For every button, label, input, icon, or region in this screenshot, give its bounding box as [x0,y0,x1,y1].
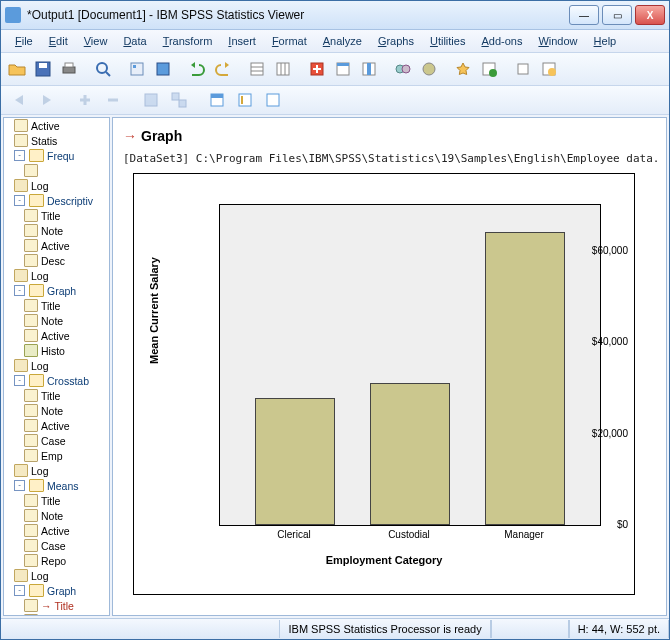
back-button[interactable] [7,88,31,112]
expand-button[interactable] [167,88,191,112]
tree-toggle-icon[interactable]: - [14,480,25,491]
tree-item[interactable]: Title [24,493,109,508]
x-tick-label: Custodial [359,529,459,540]
tree-item[interactable]: Note [24,313,109,328]
forward-button[interactable] [35,88,59,112]
script-button[interactable] [537,57,561,81]
tree-item[interactable]: Title [24,298,109,313]
menu-view[interactable]: View [76,32,116,50]
tree-item[interactable]: Note [24,508,109,523]
close-button[interactable]: X [635,5,665,25]
use-sets-button[interactable] [417,57,441,81]
tree-item[interactable]: Note [24,613,109,616]
tree-item[interactable]: Log [14,358,109,373]
menu-format[interactable]: Format [264,32,315,50]
tree-item[interactable] [24,163,109,178]
tree-toggle-icon[interactable]: - [14,585,25,596]
tree-item[interactable]: Active [24,328,109,343]
menu-transform[interactable]: Transform [155,32,221,50]
tree-item[interactable]: Desc [24,253,109,268]
menu-help[interactable]: Help [586,32,625,50]
menu-insert[interactable]: Insert [220,32,264,50]
tree-toggle-icon[interactable]: - [14,195,25,206]
tree-item-label: Active [31,120,60,132]
value-labels-button[interactable] [391,57,415,81]
weight-button[interactable] [357,57,381,81]
svg-rect-28 [145,94,157,106]
tree-item[interactable]: Emp [24,448,109,463]
tree-item[interactable]: Active [24,418,109,433]
menu-graphs[interactable]: Graphs [370,32,422,50]
tree-toggle-icon[interactable]: - [14,150,25,161]
tree-item[interactable]: Statis [14,133,109,148]
tree-item[interactable]: Case [24,538,109,553]
new-text-button[interactable] [261,88,285,112]
new-title-button[interactable] [233,88,257,112]
tree-item[interactable]: Active [14,118,109,133]
maximize-button[interactable]: ▭ [602,5,632,25]
tree-item[interactable]: Log [14,463,109,478]
redo-button[interactable] [211,57,235,81]
svg-point-22 [423,63,435,75]
tree-item[interactable]: -Crosstab [14,373,109,388]
tree-item[interactable]: Case [24,433,109,448]
titlebar[interactable]: *Output1 [Document1] - IBM SPSS Statisti… [1,1,669,30]
save-button[interactable] [31,57,55,81]
minimize-button[interactable]: — [569,5,599,25]
collapse-button[interactable] [139,88,163,112]
tree-item[interactable]: Note [24,403,109,418]
tree-item[interactable]: Repo [24,553,109,568]
goto-data-button[interactable] [305,57,329,81]
status-bar: IBM SPSS Statistics Processor is ready H… [1,618,669,639]
tree-toggle-icon[interactable]: - [14,375,25,386]
tree-item[interactable]: -Frequ [14,148,109,163]
tree-item[interactable]: → Title [24,598,109,613]
new-heading-button[interactable] [205,88,229,112]
select-cases-button[interactable] [331,57,355,81]
menu-file[interactable]: File [7,32,41,50]
svg-rect-19 [367,63,371,75]
chart-container[interactable]: Mean Current Salary ClericalCustodialMan… [133,173,635,595]
tree-item-label: Title [41,210,60,222]
tree-item[interactable]: -Graph [14,583,109,598]
goto-button[interactable] [151,57,175,81]
variables-button[interactable] [271,57,295,81]
tree-item[interactable]: Log [14,178,109,193]
insert-case-button[interactable] [477,57,501,81]
outline-pane[interactable]: ActiveStatis-FrequLog-DescriptivTitleNot… [3,117,110,616]
open-button[interactable] [5,57,29,81]
note-icon [24,389,38,402]
menu-edit[interactable]: Edit [41,32,76,50]
menu-window[interactable]: Window [530,32,585,50]
promote-button[interactable] [73,88,97,112]
menu-analyze[interactable]: Analyze [315,32,370,50]
folder-icon [29,584,44,597]
menu-addons[interactable]: Add-ons [473,32,530,50]
svg-point-24 [489,69,497,77]
tree-toggle-icon[interactable]: - [14,285,25,296]
designate-button[interactable] [451,57,475,81]
tree-item[interactable]: Title [24,388,109,403]
preview-button[interactable] [91,57,115,81]
tree-item[interactable]: Active [24,523,109,538]
tree-item[interactable]: -Graph [14,283,109,298]
goto-case-button[interactable] [245,57,269,81]
menu-data[interactable]: Data [115,32,154,50]
export-button[interactable] [511,57,535,81]
note-icon [24,164,38,177]
tree-item[interactable]: Active [24,238,109,253]
recall-button[interactable] [125,57,149,81]
content-pane[interactable]: → Graph [DataSet3] C:\Program Files\IBM\… [112,117,667,616]
menu-utilities[interactable]: Utilities [422,32,473,50]
tree-item[interactable]: -Means [14,478,109,493]
tree-item[interactable]: Histo [24,343,109,358]
tree-item-label: Log [31,465,49,477]
demote-button[interactable] [101,88,125,112]
tree-item[interactable]: Note [24,223,109,238]
print-button[interactable] [57,57,81,81]
tree-item[interactable]: -Descriptiv [14,193,109,208]
undo-button[interactable] [185,57,209,81]
tree-item[interactable]: Log [14,268,109,283]
tree-item[interactable]: Title [24,208,109,223]
tree-item[interactable]: Log [14,568,109,583]
